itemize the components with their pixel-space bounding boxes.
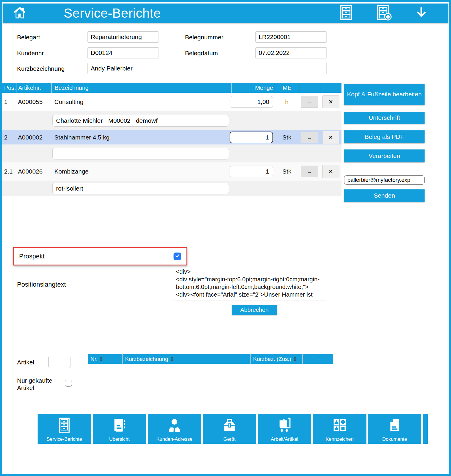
artikel-search-input[interactable] xyxy=(48,356,70,368)
email-input[interactable] xyxy=(344,175,425,185)
download-button[interactable] xyxy=(413,5,430,21)
nav-partial-tile[interactable] xyxy=(423,414,428,444)
row-artikelnr: A000055 xyxy=(16,93,51,111)
shapes-icon xyxy=(332,416,348,434)
artikel-label: Artikel xyxy=(17,359,34,366)
table-row: 2.1 A000026 Kombizange Stk ... ✕ xyxy=(2,162,341,181)
nav-geraet[interactable]: Gerät xyxy=(203,414,256,444)
belegnummer-input[interactable] xyxy=(255,31,327,43)
position-text-input[interactable] xyxy=(52,148,229,159)
positionslangtext-textarea[interactable]: <div> <div style="margin-top:6.0pt;margi… xyxy=(173,266,326,300)
row-options-button[interactable]: ... xyxy=(301,132,318,143)
col-menge: Menge xyxy=(231,83,275,93)
check-icon xyxy=(175,253,180,260)
menge-input[interactable] xyxy=(230,132,273,143)
col-kurzbez-zusatz[interactable]: Kurzbez. (Zus.) xyxy=(250,354,302,364)
items-table-header: Pos. Artikelnr. Bezeichnung Menge ME xyxy=(2,83,341,93)
belegdatum-label: Belegdatum xyxy=(185,50,218,57)
row-pos: 2 xyxy=(2,130,16,144)
row-bezeichnung: Consulting xyxy=(51,93,231,111)
col-me: ME xyxy=(275,83,299,93)
row-pos: 1 xyxy=(2,93,16,111)
person-icon xyxy=(166,416,182,434)
row-pos: 2.1 xyxy=(2,162,16,181)
add-artikel-label: + xyxy=(316,356,319,362)
table-subrow xyxy=(2,111,341,130)
nur-gekaufte-artikel-label: Nur gekaufte Artikel xyxy=(17,377,52,391)
belegart-label: Belegart xyxy=(17,34,40,41)
nav-service-berichte[interactable]: Service-Berichte xyxy=(38,414,91,444)
row-delete-button[interactable]: ✕ xyxy=(322,165,339,178)
row-bezeichnung: Stahlhammer 4,5 kg xyxy=(51,130,231,144)
col-options xyxy=(299,83,320,93)
kundennr-input[interactable] xyxy=(87,47,159,58)
home-button[interactable] xyxy=(11,6,28,21)
menge-input[interactable] xyxy=(230,166,273,177)
send-button[interactable]: Senden xyxy=(344,189,425,202)
edit-header-footer-button[interactable]: Kopf & Fußzeile bearbeiten xyxy=(344,84,425,105)
row-options-button[interactable]: ... xyxy=(301,96,318,108)
table-row: 2 A000002 Stahlhammer 4,5 kg Stk ... ✕ xyxy=(2,130,341,144)
app-header: Service-Berichte xyxy=(3,4,448,23)
sort-icon xyxy=(170,356,174,361)
row-delete-button[interactable]: ✕ xyxy=(322,95,339,108)
drawer-add-button[interactable] xyxy=(376,5,392,21)
col-bezeichnung: Bezeichnung xyxy=(51,83,231,93)
document-icon xyxy=(387,416,402,434)
toolbox-icon xyxy=(221,416,238,434)
belegdatum-input[interactable] xyxy=(255,47,327,58)
cabinet-icon xyxy=(57,416,72,434)
row-artikelnr: A000026 xyxy=(16,162,51,181)
prospekt-label: Prospekt xyxy=(19,253,45,260)
row-me: Stk xyxy=(275,130,299,144)
nav-arbeit-artikel[interactable]: Arbeit/Artikel xyxy=(258,414,311,444)
home-icon xyxy=(11,5,28,21)
bottom-navigation: Service-Berichte Übersicht xyxy=(38,414,449,444)
prospekt-annotation-box: Prospekt xyxy=(13,247,187,265)
prospekt-checkbox[interactable] xyxy=(174,253,181,260)
nav-dokumente[interactable]: Dokumente xyxy=(368,414,421,444)
table-subrow xyxy=(2,144,341,162)
belegart-input[interactable] xyxy=(87,31,159,43)
nav-kunden-adresse[interactable]: Kunden-Adresse xyxy=(148,414,201,444)
download-arrow-icon xyxy=(415,6,428,21)
kundennr-label: Kundennr xyxy=(17,50,44,57)
col-kurzbezeichnung[interactable]: Kurzbezeichnung xyxy=(122,354,250,364)
position-text-input[interactable] xyxy=(52,115,229,127)
handtruck-icon xyxy=(277,416,292,434)
page-title: Service-Berichte xyxy=(64,6,161,21)
pdf-button[interactable]: Beleg als PDF xyxy=(344,130,425,143)
col-artikelnr: Artikelnr. xyxy=(16,83,51,93)
positionslangtext-label: Positionslangtext xyxy=(17,281,66,288)
service-berichte-page: Service-Berichte xyxy=(0,0,451,476)
cancel-button[interactable]: Abbrechen xyxy=(232,305,277,315)
kurzbezeichnung-input[interactable] xyxy=(87,63,327,74)
belegnummer-label: Belegnummer xyxy=(185,34,223,41)
nav-kennzeichen[interactable]: Kennzeichen xyxy=(313,414,366,444)
add-artikel-button[interactable]: + xyxy=(302,354,333,364)
col-nr[interactable]: Nr. xyxy=(88,354,122,364)
col-pos: Pos. xyxy=(2,83,16,93)
signature-button[interactable]: Unterschrift xyxy=(344,112,425,124)
sort-icon xyxy=(99,356,103,361)
col-nr-label: Nr. xyxy=(90,356,97,362)
nav-uebersicht[interactable]: Übersicht xyxy=(93,414,146,444)
row-me: h xyxy=(275,93,299,111)
position-text-input[interactable] xyxy=(52,183,229,194)
table-row: 1 A000055 Consulting h ... ✕ xyxy=(2,93,341,111)
nur-gekaufte-artikel-checkbox[interactable] xyxy=(65,380,72,387)
row-me: Stk xyxy=(275,162,299,181)
col-kurzbezeichnung-label: Kurzbezeichnung xyxy=(125,356,168,362)
row-options-button[interactable]: ... xyxy=(301,166,318,177)
col-kurzbez-zusatz-label: Kurzbez. (Zus.) xyxy=(253,356,291,362)
drawer-add-icon xyxy=(375,4,392,22)
drawer-list-icon xyxy=(338,4,354,22)
menge-input[interactable] xyxy=(230,96,273,108)
row-delete-button[interactable]: ✕ xyxy=(322,131,339,144)
process-button[interactable]: Verarbeiten xyxy=(344,149,425,162)
notebook-icon xyxy=(112,416,127,434)
artikel-table-header: Nr. Kurzbezeichnung xyxy=(88,354,333,364)
drawer-list-button[interactable] xyxy=(338,5,354,21)
kurzbezeichnung-label: Kurzbezeichnung xyxy=(17,65,65,72)
row-artikelnr: A000002 xyxy=(16,130,51,144)
